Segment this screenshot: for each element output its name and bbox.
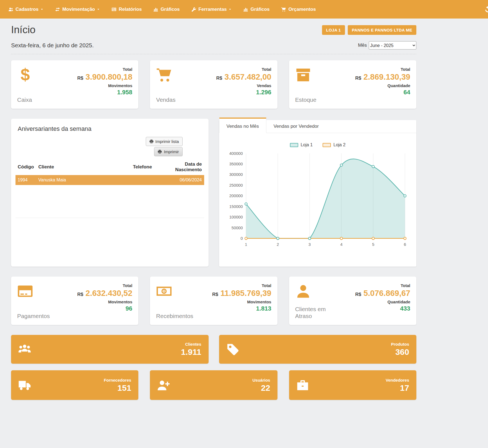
- store-button[interactable]: LOJA 1: [322, 25, 345, 35]
- print-button[interactable]: Imprimir: [154, 147, 182, 156]
- newspaper-icon: [111, 7, 116, 12]
- currency-prefix: R$: [77, 292, 83, 297]
- nav-label: Orçamentos: [288, 7, 316, 12]
- birthdays-table: Código Cliente Telefone Data de Nascimen…: [15, 159, 204, 185]
- stat-name: Recebimentos: [156, 312, 189, 319]
- currency-prefix: R$: [77, 75, 83, 81]
- sales-chart: 0500001000001500002000002500003000003500…: [226, 150, 410, 250]
- caret-down-icon: [97, 8, 100, 11]
- nav-item-cadastros[interactable]: Cadastros: [8, 7, 43, 12]
- nav-item-graficos-2[interactable]: Gráficos: [243, 7, 269, 12]
- printer-icon: [158, 150, 162, 154]
- tab-vendas-por-vendedor[interactable]: Vendas por Vendedor: [266, 120, 326, 133]
- total-label: Total: [198, 67, 271, 72]
- bar-chart-icon: [153, 7, 158, 12]
- nav-item-ferramentas[interactable]: Ferramentas: [191, 7, 232, 12]
- printer-icon: [149, 139, 154, 144]
- col-header-nascimento: Data de Nascimento: [156, 159, 204, 175]
- caret-down-icon: [229, 8, 232, 11]
- col-header-cliente: Cliente: [36, 159, 131, 175]
- nav-label: Cadastros: [15, 7, 38, 12]
- nav-item-orcamentos[interactable]: Orçamentos: [281, 7, 316, 12]
- nav-label: Gráficos: [160, 7, 180, 12]
- legend-label: Loja 1: [301, 142, 313, 147]
- svg-text:4: 4: [340, 242, 342, 247]
- stat-name: Vendas: [156, 96, 189, 103]
- nav-label: Movimentação: [62, 7, 95, 12]
- stat-card-estoque: Estoque Total R$2.869.130,39 Quantidade …: [289, 60, 416, 109]
- current-date: Sexta-feira, 6 de junho de 2025.: [11, 42, 94, 49]
- tile-label: Fornecedores: [31, 378, 131, 382]
- stat-name: Clientes em Atraso: [295, 306, 328, 319]
- wrench-icon: [191, 7, 196, 12]
- box-icon: [295, 67, 311, 83]
- dollar-icon: [17, 67, 33, 83]
- sales-tabs: Vendas no Mês Vendas por Vendedor: [219, 120, 417, 133]
- print-list-label: Imprimir lista: [155, 139, 179, 144]
- table-row[interactable]: 1994 Vanuska Maia 06/06/2024: [15, 175, 204, 185]
- bar-chart-icon: [243, 7, 248, 12]
- top-navbar: Cadastros Movimentação Relatórios Gráfic…: [0, 0, 488, 19]
- total-value: 3.900.800,18: [85, 72, 132, 81]
- nav-item-movimentacao[interactable]: Movimentação: [55, 7, 100, 12]
- count-label: Movimentos: [59, 299, 132, 304]
- total-value: 5.076.869,67: [364, 289, 410, 298]
- tile-usuarios[interactable]: Usuários 22: [150, 370, 277, 400]
- col-header-telefone: Telefone: [131, 159, 156, 175]
- count-label: Quantidade: [337, 83, 410, 88]
- refresh-icon[interactable]: [484, 6, 488, 13]
- count-label: Quantidade: [337, 299, 410, 304]
- count-value: 96: [59, 305, 132, 312]
- tile-produtos[interactable]: Produtos 360: [219, 335, 417, 364]
- nav-item-relatorios[interactable]: Relatórios: [111, 7, 142, 12]
- tile-value: 17: [309, 383, 409, 393]
- cart-icon: [156, 67, 172, 83]
- stat-card-clientes-em-atraso: Clientes em Atraso Total R$5.076.869,67 …: [289, 277, 416, 325]
- currency-prefix: R$: [355, 75, 361, 81]
- print-list-button[interactable]: Imprimir lista: [146, 137, 183, 146]
- legend-swatch-loja2: [323, 143, 331, 147]
- col-header-codigo: Código: [15, 159, 36, 175]
- count-label: Movimentos: [59, 83, 132, 88]
- month-select[interactable]: June - 2025: [369, 41, 416, 50]
- svg-text:350000: 350000: [229, 162, 243, 166]
- tile-vendedores[interactable]: Vendedores 17: [289, 370, 416, 400]
- user-plus-icon: [157, 379, 170, 392]
- svg-text:250000: 250000: [229, 183, 243, 187]
- divider: [15, 218, 204, 218]
- credit-card-icon: [17, 283, 33, 299]
- svg-text:150000: 150000: [229, 204, 243, 209]
- total-label: Total: [337, 283, 410, 288]
- tile-fornecedores[interactable]: Fornecedores 151: [11, 370, 138, 400]
- money-icon: [156, 283, 172, 299]
- tile-clientes[interactable]: Clientes 1.911: [11, 335, 209, 364]
- tile-value: 22: [170, 383, 270, 393]
- birthdays-panel: Aniversariantes da semana Imprimir lista…: [11, 119, 209, 267]
- briefcase-icon: [296, 379, 309, 392]
- nav-item-graficos-1[interactable]: Gráficos: [153, 7, 180, 12]
- tile-value: 1.911: [31, 347, 201, 357]
- legend-item-loja2[interactable]: Loja 2: [323, 142, 346, 147]
- total-value: 3.657.482,00: [224, 72, 271, 81]
- cell-codigo: 1994: [15, 175, 36, 185]
- count-value: 1.813: [198, 305, 271, 312]
- tile-value: 360: [239, 347, 409, 357]
- sales-panel: Vendas no Mês Vendas por Vendedor Loja 1…: [219, 120, 417, 267]
- legend-item-loja1[interactable]: Loja 1: [290, 142, 313, 147]
- total-label: Total: [198, 283, 271, 288]
- total-label: Total: [59, 283, 132, 288]
- count-value: 433: [337, 305, 410, 312]
- svg-text:0: 0: [240, 236, 243, 241]
- stat-card-vendas: Vendas Total R$3.657.482,00 Vendas 1.296: [150, 60, 277, 109]
- svg-text:1: 1: [245, 242, 247, 247]
- svg-text:5: 5: [372, 242, 374, 247]
- company-button[interactable]: PANNOS E PANNOS LTDA ME: [348, 25, 416, 35]
- stat-card-recebimentos: Recebimentos Total R$11.985.769,39 Movim…: [150, 277, 277, 325]
- nav-label: Relatórios: [119, 7, 142, 12]
- tab-vendas-no-mes[interactable]: Vendas no Mês: [219, 118, 266, 133]
- tile-value: 151: [31, 383, 131, 393]
- nav-label: Gráficos: [250, 7, 269, 12]
- month-label: Mês: [358, 43, 367, 48]
- legend-swatch-loja1: [290, 143, 298, 147]
- total-value: 2.632.430,52: [85, 289, 132, 298]
